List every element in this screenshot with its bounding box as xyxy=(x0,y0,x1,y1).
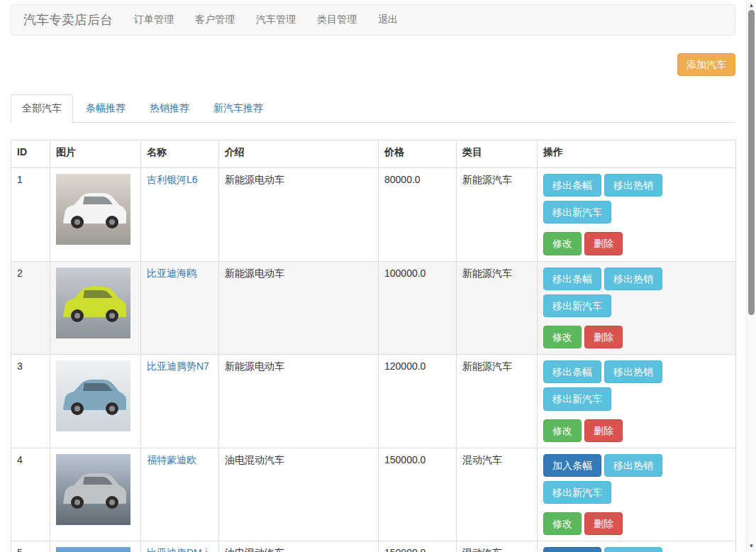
car-image-cell xyxy=(50,448,141,541)
action-button-line: 移出新汽车 xyxy=(543,201,730,223)
action-button-line: 加入条幅移出热销 xyxy=(543,547,730,552)
car-price-cell: 100000.0 xyxy=(379,261,457,355)
action-button-line: 修改删除 xyxy=(543,326,730,348)
car-category-cell: 新能源汽车 xyxy=(457,261,538,355)
car-name-link[interactable]: 比亚迪唐DM-i xyxy=(147,547,208,552)
car-name-link[interactable]: 福特蒙迪欧 xyxy=(147,454,196,465)
scrollbar-thumb[interactable] xyxy=(748,10,755,315)
car-price-cell: 80000.0 xyxy=(379,168,457,262)
nav-item-category-management[interactable]: 类目管理 xyxy=(306,4,367,36)
car-price-cell: 150000.0 xyxy=(379,541,457,552)
action-button-success[interactable]: 修改 xyxy=(543,512,582,535)
car-table-row: 4福特蒙迪欧油电混动汽车150000.0混动汽车加入条幅移出热销移出新汽车修改删… xyxy=(11,448,736,541)
car-price-cell: 120000.0 xyxy=(379,355,457,448)
page: 汽车专卖店后台 订单管理 客户管理 汽车管理 类目管理 退出 添加汽车 全部汽车… xyxy=(0,0,746,552)
car-category-cell: 混动汽车 xyxy=(457,448,538,541)
cars-table: ID图片名称介绍价格类目操作 1吉利银河L6新能源电动车80000.0新能源汽车… xyxy=(11,140,736,552)
nav-item-customer-management[interactable]: 客户管理 xyxy=(184,4,245,36)
action-button-danger[interactable]: 删除 xyxy=(584,419,623,442)
car-image-light-blue-suv-studio xyxy=(56,360,130,431)
action-button-info[interactable]: 移出热销 xyxy=(604,360,662,383)
action-button-info[interactable]: 移出新汽车 xyxy=(543,481,611,504)
column-header: 介绍 xyxy=(219,140,379,168)
column-header: 图片 xyxy=(50,140,141,168)
car-name-cell: 福特蒙迪欧 xyxy=(141,448,219,541)
tab-1[interactable]: 条幅推荐 xyxy=(74,94,137,123)
car-id-cell: 5 xyxy=(11,541,50,552)
car-description-cell: 新能源电动车 xyxy=(219,168,379,262)
action-button-primary[interactable]: 加入条幅 xyxy=(543,454,601,477)
action-button-line: 移出新汽车 xyxy=(543,294,730,317)
action-button-info[interactable]: 移出条幅 xyxy=(543,267,601,290)
add-car-button[interactable]: 添加汽车 xyxy=(677,53,735,76)
action-button-line: 移出条幅移出热销 xyxy=(543,174,730,197)
action-button-line: 移出条幅移出热销 xyxy=(543,267,730,290)
action-button-success[interactable]: 修改 xyxy=(543,419,582,442)
column-header: 名称 xyxy=(141,140,219,168)
toolbar: 添加汽车 xyxy=(11,53,735,76)
action-button-info[interactable]: 移出热销 xyxy=(604,267,662,290)
car-category-cell: 新能源汽车 xyxy=(457,168,538,262)
action-button-info[interactable]: 移出新汽车 xyxy=(543,294,611,317)
car-name-link[interactable]: 比亚迪腾势N7 xyxy=(147,360,209,372)
column-header: 类目 xyxy=(457,140,538,168)
car-name-cell: 比亚迪唐DM-i xyxy=(141,541,219,552)
navbar-brand[interactable]: 汽车专卖店后台 xyxy=(13,11,123,28)
car-table-row: 3比亚迪腾势N7新能源电动车120000.0新能源汽车移出条幅移出热销移出新汽车… xyxy=(11,355,736,448)
column-header: ID xyxy=(11,140,50,168)
action-button-line: 修改删除 xyxy=(543,232,730,255)
action-button-line: 移出新汽车 xyxy=(543,387,730,410)
action-button-info[interactable]: 移出条幅 xyxy=(543,174,601,197)
action-button-danger[interactable]: 删除 xyxy=(584,232,623,255)
car-name-cell: 比亚迪腾势N7 xyxy=(141,355,219,448)
action-button-primary[interactable]: 加入条幅 xyxy=(543,547,601,552)
action-button-info[interactable]: 移出热销 xyxy=(604,174,662,197)
action-button-info[interactable]: 移出热销 xyxy=(604,454,662,477)
car-actions-cell: 加入条幅移出热销 xyxy=(538,541,736,552)
car-table-row: 1吉利银河L6新能源电动车80000.0新能源汽车移出条幅移出热销移出新汽车修改… xyxy=(11,168,736,262)
action-button-line: 加入条幅移出热销 xyxy=(543,454,730,477)
car-actions-cell: 加入条幅移出热销移出新汽车修改删除 xyxy=(538,448,736,541)
nav-item-car-management[interactable]: 汽车管理 xyxy=(245,4,306,36)
action-button-info[interactable]: 移出新汽车 xyxy=(543,201,611,223)
nav-item-logout[interactable]: 退出 xyxy=(367,4,408,36)
car-id-cell: 4 xyxy=(11,448,50,541)
action-button-line: 修改删除 xyxy=(543,419,730,442)
car-actions-cell: 移出条幅移出热销移出新汽车修改删除 xyxy=(538,261,736,355)
tab-3[interactable]: 新汽车推荐 xyxy=(202,94,274,123)
car-category-cell: 混动汽车 xyxy=(457,541,538,552)
car-description-cell: 新能源电动车 xyxy=(219,261,379,355)
car-actions-cell: 移出条幅移出热销移出新汽车修改删除 xyxy=(538,168,736,262)
car-image-cell xyxy=(50,168,141,262)
action-button-info[interactable]: 移出条幅 xyxy=(543,360,601,383)
nav-item-order-management[interactable]: 订单管理 xyxy=(123,4,184,36)
vertical-scrollbar[interactable]: ▲ ▼ xyxy=(746,0,756,552)
car-table-row: 5比亚迪唐DM-i油电混动汽车150000.0混动汽车加入条幅移出热销 xyxy=(11,541,736,552)
car-image-cell xyxy=(50,541,141,552)
car-table-row: 2比亚迪海鸥新能源电动车100000.0新能源汽车移出条幅移出热销移出新汽车修改… xyxy=(11,261,736,355)
car-name-link[interactable]: 吉利银河L6 xyxy=(147,174,198,185)
car-actions-cell: 移出条幅移出热销移出新汽车修改删除 xyxy=(538,355,736,448)
action-button-danger[interactable]: 删除 xyxy=(584,512,623,535)
car-description-cell: 新能源电动车 xyxy=(219,355,379,448)
tab-2[interactable]: 热销推荐 xyxy=(138,94,201,123)
action-button-info[interactable]: 移出热销 xyxy=(604,547,662,552)
action-button-success[interactable]: 修改 xyxy=(543,326,582,348)
tab-bar: 全部汽车条幅推荐热销推荐新汽车推荐 xyxy=(11,94,735,123)
action-button-danger[interactable]: 删除 xyxy=(584,326,623,348)
car-name-cell: 比亚迪海鸥 xyxy=(141,261,219,355)
car-id-cell: 1 xyxy=(11,168,50,262)
car-id-cell: 3 xyxy=(11,355,50,448)
scroll-down-arrow-icon[interactable]: ▼ xyxy=(747,541,756,552)
car-category-cell: 新能源汽车 xyxy=(457,355,538,448)
car-image-white-suv-studio xyxy=(56,174,130,245)
car-name-link[interactable]: 比亚迪海鸥 xyxy=(147,267,196,279)
car-id-cell: 2 xyxy=(11,261,50,355)
action-button-line: 修改删除 xyxy=(543,512,730,535)
car-image-silver-sedan-city-bridge xyxy=(56,454,130,525)
action-button-info[interactable]: 移出新汽车 xyxy=(543,387,611,410)
car-description-cell: 油电混动汽车 xyxy=(219,541,379,552)
tab-0-active[interactable]: 全部汽车 xyxy=(11,94,73,123)
navbar: 汽车专卖店后台 订单管理 客户管理 汽车管理 类目管理 退出 xyxy=(11,4,735,35)
action-button-success[interactable]: 修改 xyxy=(543,232,582,255)
